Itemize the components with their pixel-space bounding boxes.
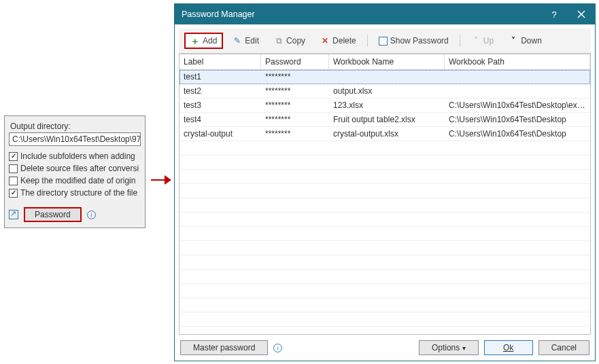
- checkbox-icon[interactable]: [9, 152, 18, 161]
- table-row[interactable]: [179, 241, 590, 255]
- titlebar: Password Manager ?: [175, 4, 595, 24]
- table-row[interactable]: test2********output.xlsx: [179, 84, 590, 98]
- add-button[interactable]: + Add: [184, 33, 223, 49]
- table-row[interactable]: [179, 156, 590, 170]
- copy-button[interactable]: ⧉ Copy: [269, 33, 311, 48]
- table-row[interactable]: [179, 298, 590, 312]
- master-password-button[interactable]: Master password: [180, 340, 268, 355]
- pencil-icon: ✎: [233, 36, 242, 46]
- cell-wbname: [329, 70, 445, 84]
- password-table: Label Password Workbook Name Workbook Pa…: [179, 54, 591, 335]
- separator: [460, 35, 460, 47]
- add-label: Add: [203, 36, 217, 46]
- cell-wbname: output.xlsx: [329, 84, 445, 98]
- table-row[interactable]: [179, 184, 590, 198]
- master-password-label: Master password: [193, 343, 255, 352]
- opt-label: Include subfolders when adding: [20, 151, 135, 161]
- table-row[interactable]: [179, 227, 590, 241]
- opt-keep-modified-date[interactable]: Keep the modified date of origin: [9, 175, 141, 187]
- cell-wbpath: [445, 70, 590, 84]
- opt-label: Delete source files after conversi: [20, 164, 139, 173]
- info-icon[interactable]: i: [87, 211, 96, 219]
- table-row[interactable]: [179, 255, 590, 270]
- table-row[interactable]: test3********123.xlsxC:\Users\Win10x64Te…: [179, 98, 590, 113]
- separator: [367, 35, 368, 47]
- cell-wbpath: C:\Users\Win10x64Test\Desktop: [445, 113, 590, 127]
- close-button[interactable]: [568, 4, 595, 24]
- help-button[interactable]: ?: [541, 4, 568, 24]
- table-body: test1********test2********output.xlsxtes…: [179, 70, 590, 334]
- cell-label: test3: [179, 98, 261, 113]
- down-label: Down: [521, 36, 542, 46]
- cell-wbname: 123.xlsx: [329, 98, 445, 113]
- table-row[interactable]: [179, 312, 590, 327]
- show-password-toggle[interactable]: Show Password: [373, 33, 454, 48]
- delete-label: Delete: [332, 36, 356, 46]
- cell-wbpath: C:\Users\Win10x64Test\Desktop: [445, 127, 590, 141]
- checkbox-icon[interactable]: [9, 189, 18, 198]
- checkbox-icon[interactable]: [379, 37, 388, 46]
- close-icon: [577, 10, 585, 18]
- cancel-button[interactable]: Cancel: [538, 340, 589, 355]
- cell-label: test2: [179, 84, 261, 98]
- opt-delete-source[interactable]: Delete source files after conversi: [9, 162, 141, 175]
- options-button[interactable]: Options: [419, 340, 479, 355]
- chevron-up-icon: ˄: [471, 36, 481, 46]
- external-link-icon[interactable]: [9, 210, 18, 219]
- chevron-down-icon: ˅: [509, 36, 518, 46]
- output-options-panel: Output directory: C:\Users\Win10x64Test\…: [4, 115, 146, 228]
- table-row[interactable]: [179, 284, 590, 298]
- col-wbpath[interactable]: Workbook Path: [445, 54, 590, 69]
- toolbar: + Add ✎ Edit ⧉ Copy ✕ Delete Show Passwo…: [179, 29, 591, 54]
- copy-label: Copy: [286, 36, 305, 46]
- table-row[interactable]: [179, 170, 590, 184]
- up-label: Up: [483, 36, 494, 46]
- ok-label: Ok: [503, 343, 513, 352]
- up-button[interactable]: ˄ Up: [466, 33, 499, 48]
- show-password-label: Show Password: [390, 36, 449, 46]
- cell-wbname: Fruit output table2.xlsx: [329, 113, 445, 127]
- opt-label: The directory structure of the file: [20, 188, 137, 198]
- cell-wbpath: C:\Users\Win10x64Test\Desktop\export...: [445, 98, 590, 113]
- bottom-bar: Master password i Options Ok Cancel: [175, 335, 595, 361]
- table-row[interactable]: [179, 327, 590, 334]
- checkbox-icon[interactable]: [9, 177, 18, 185]
- dialog-title: Password Manager: [182, 10, 541, 19]
- ok-button[interactable]: Ok: [484, 340, 533, 355]
- cell-password: ********: [261, 84, 329, 98]
- col-password[interactable]: Password: [261, 54, 329, 69]
- cell-label: test1: [179, 70, 261, 84]
- cell-label: crystal-output: [179, 127, 261, 141]
- table-row[interactable]: [179, 141, 590, 156]
- table-row[interactable]: crystal-output********crystal-output.xls…: [179, 127, 590, 141]
- edit-button[interactable]: ✎ Edit: [227, 33, 264, 48]
- info-icon[interactable]: i: [273, 344, 282, 352]
- col-label[interactable]: Label: [179, 54, 261, 69]
- table-row[interactable]: test1********: [179, 70, 590, 84]
- cell-password: ********: [261, 98, 329, 113]
- delete-button[interactable]: ✕ Delete: [315, 33, 362, 48]
- down-button[interactable]: ˅ Down: [503, 33, 547, 48]
- cell-password: ********: [261, 70, 329, 84]
- cell-label: test4: [179, 113, 261, 127]
- callout-arrow: [151, 175, 171, 185]
- delete-icon: ✕: [320, 36, 330, 46]
- options-label: Options: [432, 343, 460, 352]
- table-row[interactable]: test4********Fruit output table2.xlsxC:\…: [179, 113, 590, 127]
- table-header: Label Password Workbook Name Workbook Pa…: [179, 54, 590, 70]
- cell-wbpath: [445, 84, 590, 98]
- opt-directory-structure[interactable]: The directory structure of the file: [9, 187, 141, 199]
- output-directory-field[interactable]: C:\Users\Win10x64Test\Desktop\97: [9, 132, 141, 146]
- cell-wbname: crystal-output.xlsx: [329, 127, 445, 141]
- cancel-label: Cancel: [551, 343, 577, 352]
- table-row[interactable]: [179, 270, 590, 284]
- password-button[interactable]: Password: [24, 207, 82, 222]
- col-wbname[interactable]: Workbook Name: [329, 54, 445, 69]
- checkbox-icon[interactable]: [9, 164, 18, 173]
- table-row[interactable]: [179, 213, 590, 227]
- cell-password: ********: [261, 127, 329, 141]
- table-row[interactable]: [179, 198, 590, 213]
- opt-include-subfolders[interactable]: Include subfolders when adding: [9, 150, 141, 162]
- copy-icon: ⧉: [274, 36, 284, 46]
- plus-icon: +: [190, 36, 200, 46]
